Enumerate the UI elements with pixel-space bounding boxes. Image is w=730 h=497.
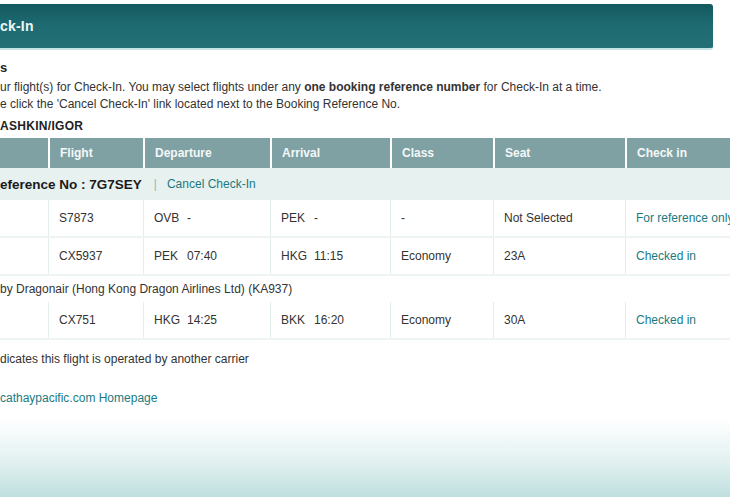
- cell-arrival: HKG11:15: [270, 238, 390, 274]
- column-header-flight: Flight: [48, 138, 143, 168]
- table-row: S7873 OVB- PEK- - Not Selected For refer…: [0, 200, 730, 238]
- arrival-airport: BKK: [281, 313, 314, 327]
- table-row: CX751 HKG14:25 BKK16:20 Economy 30A Chec…: [0, 302, 730, 340]
- booking-reference-label: eference No : 7G7SEY: [0, 177, 142, 192]
- column-header-departure: Departure: [143, 138, 270, 168]
- intro-heading: s: [0, 60, 7, 75]
- cell-flight: CX751: [48, 302, 143, 338]
- cell-seat: Not Selected: [493, 200, 625, 236]
- cell-seat: 23A: [493, 238, 625, 274]
- cell-departure: HKG14:25: [143, 302, 270, 338]
- cell-checkin-status: Checked in: [625, 238, 730, 274]
- table-row: CX5937 PEK07:40 HKG11:15 Economy 23A Che…: [0, 238, 730, 276]
- arrival-time: 11:15: [314, 249, 343, 263]
- departure-time: 07:40: [187, 249, 217, 263]
- cell-class: Economy: [390, 238, 493, 274]
- homepage-link[interactable]: cathaypacific.com Homepage: [0, 391, 157, 405]
- page-header-bar: ck-In: [0, 4, 713, 50]
- intro-instructions-line1: ur flight(s) for Check-In. You may selec…: [0, 80, 602, 94]
- table-header-row: Flight Departure Arrival Class Seat Chec…: [0, 138, 730, 168]
- departure-time: -: [187, 211, 191, 225]
- intro-instructions-line2: e click the 'Cancel Check-In' link locat…: [0, 97, 400, 111]
- bottom-gradient-decoration: [0, 419, 730, 497]
- cell-class: Economy: [390, 302, 493, 338]
- intro-text-bold: one booking reference number: [304, 80, 480, 94]
- cell-seat: 30A: [493, 302, 625, 338]
- cell-select: [0, 302, 48, 338]
- page-title: ck-In: [0, 18, 34, 34]
- departure-airport: OVB: [154, 211, 187, 225]
- departure-airport: HKG: [154, 313, 187, 327]
- arrival-airport: HKG: [281, 249, 314, 263]
- arrival-time: -: [314, 211, 318, 225]
- column-header-arrival: Arrival: [270, 138, 390, 168]
- flight-table: Flight Departure Arrival Class Seat Chec…: [0, 138, 730, 340]
- column-header-class: Class: [390, 138, 493, 168]
- cell-departure: PEK07:40: [143, 238, 270, 274]
- column-header-select: [0, 138, 48, 168]
- booking-reference-row: eference No : 7G7SEY | Cancel Check-In: [0, 168, 730, 200]
- cell-flight: CX5937: [48, 238, 143, 274]
- cell-flight: S7873: [48, 200, 143, 236]
- intro-text-post: for Check-In at a time.: [480, 80, 601, 94]
- departure-airport: PEK: [154, 249, 187, 263]
- cell-select: [0, 238, 48, 274]
- cell-departure: OVB-: [143, 200, 270, 236]
- cancel-checkin-link[interactable]: Cancel Check-In: [167, 177, 256, 191]
- cell-arrival: PEK-: [270, 200, 390, 236]
- operated-by-note: by Dragonair (Hong Kong Dragon Airlines …: [0, 276, 730, 302]
- departure-time: 14:25: [187, 313, 217, 327]
- checkin-page: ck-In s ur flight(s) for Check-In. You m…: [0, 0, 730, 497]
- cell-checkin-status: Checked in: [625, 302, 730, 338]
- carrier-note: dicates this flight is operated by anoth…: [0, 352, 249, 366]
- passenger-name: ASHKIN/IGOR: [0, 119, 83, 133]
- cell-class: -: [390, 200, 493, 236]
- cell-select: [0, 200, 48, 236]
- cell-arrival: BKK16:20: [270, 302, 390, 338]
- arrival-airport: PEK: [281, 211, 314, 225]
- intro-text-pre: ur flight(s) for Check-In. You may selec…: [0, 80, 304, 94]
- cell-checkin-status: For reference only: [625, 200, 730, 236]
- column-header-seat: Seat: [493, 138, 625, 168]
- column-header-checkin: Check in: [625, 138, 730, 168]
- separator-pipe: |: [154, 177, 157, 191]
- arrival-time: 16:20: [314, 313, 344, 327]
